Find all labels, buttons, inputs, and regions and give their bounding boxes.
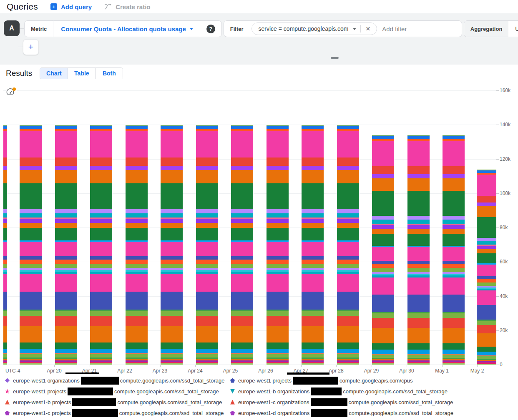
bar-segment: [90, 219, 112, 223]
bar-segment: [372, 313, 394, 318]
bar-apr-26[interactable]: [267, 125, 289, 365]
bar-segment: [20, 342, 42, 349]
bar-segment: [302, 363, 324, 365]
bar-segment: [90, 354, 112, 358]
bar-segment: [20, 219, 42, 223]
panel-resize-handle[interactable]: [331, 57, 339, 59]
bar-segment: [231, 264, 253, 268]
bar-segment: [161, 260, 183, 264]
bar-segment: [407, 350, 430, 354]
bar-segment: [372, 278, 394, 295]
tab-chart[interactable]: Chart: [40, 68, 68, 79]
add-query-row-button[interactable]: +: [23, 39, 39, 55]
x-tickmark: [336, 365, 337, 367]
filter-chip[interactable]: service = compute.googleapis.com ✕: [251, 22, 377, 35]
tab-both[interactable]: Both: [95, 68, 123, 79]
metric-selector[interactable]: Consumer Quota - Allocation quota usage: [53, 25, 199, 32]
star-marker-icon: [5, 389, 10, 394]
bar-segment: [477, 253, 496, 263]
bar-segment: [55, 292, 77, 310]
notification-dot: [13, 88, 16, 91]
query-builder-row: Metric Consumer Quota - Allocation quota…: [24, 20, 518, 37]
bar-segment: [90, 242, 112, 256]
bar-segment: [231, 342, 253, 349]
bar-segment: [126, 158, 148, 166]
help-icon[interactable]: ?: [206, 25, 215, 33]
bar-segment: [161, 158, 183, 166]
bar-apr-27[interactable]: [302, 125, 324, 365]
aggregation-selector[interactable]: Unaggregated: [508, 25, 518, 32]
bar-segment: [302, 183, 324, 209]
create-ratio-button[interactable]: Create ratio: [104, 3, 150, 10]
bar-segment: [196, 223, 218, 228]
bar-apr-25[interactable]: [231, 125, 253, 365]
query-letter-badge[interactable]: A: [4, 20, 20, 36]
bar-segment: [407, 136, 430, 139]
bar-apr-18[interactable]: [3, 125, 7, 365]
bar-segment: [302, 131, 324, 158]
bar-segment: [3, 209, 7, 213]
bar-segment: [267, 213, 289, 218]
bar-segment: [443, 136, 465, 139]
bar-apr-24[interactable]: [196, 125, 218, 365]
bar-segment: [267, 264, 289, 268]
bar-segment: [55, 170, 77, 183]
bar-segment: [55, 219, 77, 223]
bar-segment: [337, 363, 359, 365]
bar-apr-23[interactable]: [161, 125, 183, 365]
bar-segment: [161, 354, 183, 358]
bar-segment: [372, 268, 394, 272]
bar-segment: [267, 274, 289, 292]
bar-segment: [126, 292, 148, 310]
bar-segment: [126, 228, 148, 240]
bar-segment: [372, 174, 394, 178]
bar-may-1[interactable]: [443, 135, 465, 365]
remove-filter-icon[interactable]: ✕: [363, 25, 373, 32]
legend-item[interactable]: europe-west1-c organizationscompute.goog…: [230, 397, 518, 408]
legend-item[interactable]: europe-west1 projectscompute.googleapis.…: [5, 386, 230, 397]
bar-segment: [231, 354, 253, 358]
bar-may-2[interactable]: [477, 169, 496, 365]
add-query-button[interactable]: + Add query: [50, 3, 92, 10]
legend-item[interactable]: europe-west1-d organizationscompute.goog…: [230, 408, 518, 418]
bar-apr-19[interactable]: [20, 125, 42, 365]
bar-segment: [302, 342, 324, 349]
legend-item[interactable]: europe-west1-b organizationscompute.goog…: [230, 386, 518, 397]
triangle-up-marker-icon: [230, 400, 235, 405]
bar-apr-22[interactable]: [126, 125, 148, 365]
legend-item[interactable]: europe-west1 projectscompute.googleapis.…: [230, 375, 518, 386]
bar-segment: [302, 213, 324, 218]
bar-segment: [126, 363, 148, 365]
bar-apr-28[interactable]: [337, 125, 359, 365]
bar-apr-30[interactable]: [407, 135, 430, 365]
filter-label: Filter: [224, 26, 250, 32]
bar-apr-29[interactable]: [372, 135, 394, 365]
tab-table[interactable]: Table: [68, 68, 95, 79]
bar-segment: [55, 223, 77, 228]
legend-item[interactable]: europe-west1-c projectscompute.googleapi…: [5, 408, 230, 418]
bar-segment: [126, 131, 148, 158]
bar-segment: [443, 178, 465, 191]
bar-segment: [267, 316, 289, 326]
bar-apr-21[interactable]: [90, 125, 112, 365]
chevron-down-icon: [353, 28, 356, 30]
bar-segment: [161, 228, 183, 240]
add-filter-input[interactable]: [382, 25, 462, 32]
bar-segment: [337, 311, 359, 316]
bar-segment: [231, 131, 253, 158]
x-axis-label: Apr 26: [252, 368, 279, 374]
gauge-icon[interactable]: [6, 88, 17, 98]
bar-segment: [3, 166, 7, 170]
legend-item[interactable]: europe-west1 organizationscompute.google…: [5, 375, 230, 386]
bar-segment: [407, 225, 430, 229]
create-ratio-icon: [104, 4, 112, 10]
bar-apr-20[interactable]: [55, 125, 77, 365]
redaction-box: [72, 398, 116, 406]
bar-segment: [126, 316, 148, 326]
y-axis-label: 0: [500, 362, 516, 368]
legend-item[interactable]: europe-west1-b projectscompute.googleapi…: [5, 397, 230, 408]
x-tickmark: [477, 365, 478, 367]
bar-segment: [407, 141, 430, 166]
y-axis-label: 140k: [500, 122, 516, 128]
bar-segment: [337, 219, 359, 223]
